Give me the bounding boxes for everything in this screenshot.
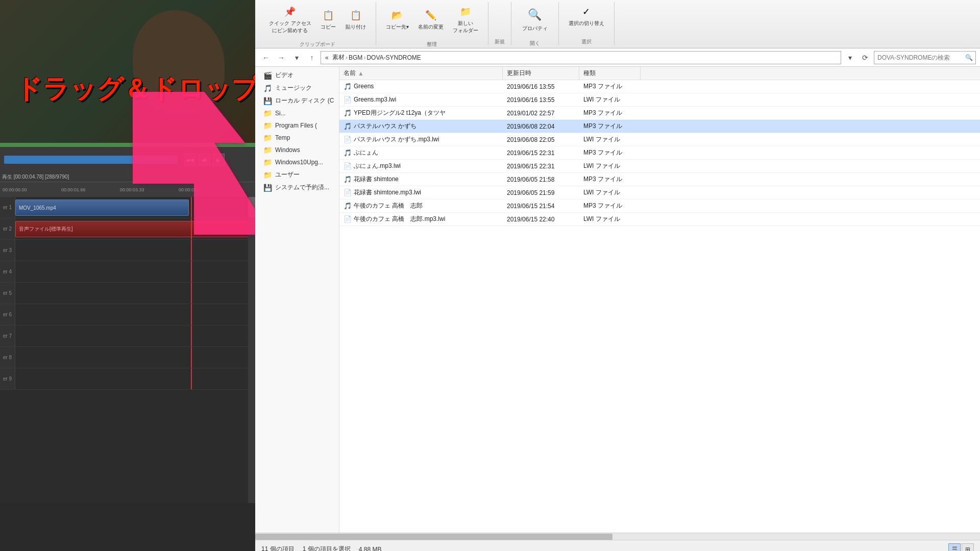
address-path[interactable]: « 素材 › BGM › DOVA-SYNDROME bbox=[321, 51, 841, 64]
search-input[interactable] bbox=[874, 51, 976, 64]
sidebar-video-label: ビデオ bbox=[275, 71, 293, 80]
file-date-3: 2019/06/08 22:04 bbox=[503, 123, 579, 130]
sidebar-users-label: ユーザー bbox=[275, 170, 300, 179]
dropdown-button[interactable]: ▾ bbox=[843, 51, 856, 64]
sidebar-item-video[interactable]: 🎬 ビデオ bbox=[255, 69, 339, 82]
track-label-8: er 8 bbox=[0, 347, 15, 368]
pin-quickaccess-button[interactable]: 📌 クイック アクセスにピン留めする bbox=[265, 2, 315, 37]
file-row-10[interactable]: 📄午後のカフェ 高橋 志郎.mp3.lwi 2019/06/15 22:40 L… bbox=[339, 213, 980, 226]
time-mark-3: 00:00:05 bbox=[179, 187, 237, 192]
file-type-3: MP3 ファイル bbox=[579, 122, 641, 131]
prev-frame-button[interactable]: ◀| bbox=[198, 154, 210, 166]
ribbon-group-clipboard: 📌 クイック アクセスにピン留めする 📋 コピー 📋 貼り付け クリップボード bbox=[259, 2, 376, 45]
forward-button[interactable]: → bbox=[275, 51, 288, 64]
folder-users-icon: 📁 bbox=[263, 171, 272, 179]
organize-buttons: 📂 コピー先▾ ✏️ 名前の変更 📁 新しいフォルダー bbox=[382, 2, 482, 37]
status-size: 4.88 MB bbox=[359, 546, 382, 552]
new-label: 新規 bbox=[495, 36, 505, 45]
track-scrollbar-thumb[interactable] bbox=[248, 197, 255, 217]
playhead-7 bbox=[191, 325, 192, 346]
select-label: 選択 bbox=[581, 36, 592, 45]
path-sep-1: › bbox=[346, 54, 348, 61]
organize-label: 整理 bbox=[427, 39, 437, 48]
playback-progress[interactable] bbox=[4, 156, 178, 164]
file-row-2[interactable]: 🎵YPED用ジングル2 t12ya（タツヤ 2019/01/02 22:57 M… bbox=[339, 107, 980, 120]
properties-button[interactable]: 🔍 プロパティ bbox=[518, 2, 552, 36]
track-content-3 bbox=[15, 240, 255, 261]
scrollbar-thumb[interactable] bbox=[255, 534, 612, 540]
sidebar-item-system[interactable]: 💾 システムで予約済... bbox=[255, 181, 339, 194]
folder-pf-icon: 📁 bbox=[263, 121, 272, 130]
sidebar-item-users[interactable]: 📁 ユーザー bbox=[255, 168, 339, 181]
clipboard-label: クリップボード bbox=[300, 39, 335, 48]
file-name-0: 🎵Greens bbox=[339, 83, 503, 91]
file-row-5[interactable]: 🎵ぶにょん 2019/06/15 22:31 MP3 ファイル bbox=[339, 146, 980, 160]
file-row-6[interactable]: 📄ぶにょん.mp3.lwi 2019/06/15 22:31 LWI ファイル bbox=[339, 160, 980, 173]
play-button[interactable]: ▶ bbox=[212, 154, 225, 166]
toggle-select-button[interactable]: ✓ 選択の切り替え bbox=[565, 2, 608, 30]
time-counter: 再生 [00:00:04.78] [288/9790] bbox=[2, 173, 69, 181]
recent-button[interactable]: ▾ bbox=[290, 51, 303, 64]
file-list-area: 名前 ▲ 更新日時 種類 🎵Greens 2019/06/16 13:55 MP… bbox=[339, 67, 980, 533]
col-header-date[interactable]: 更新日時 bbox=[503, 67, 579, 80]
copy-to-button[interactable]: 📂 コピー先▾ bbox=[382, 2, 412, 37]
file-row-7[interactable]: 🎵花緑書 shimtone 2019/06/05 21:58 MP3 ファイル bbox=[339, 173, 980, 186]
sidebar-item-si[interactable]: 📁 Si... bbox=[255, 107, 339, 119]
file-date-5: 2019/06/15 22:31 bbox=[503, 149, 579, 157]
file-date-4: 2019/06/08 22:05 bbox=[503, 136, 579, 143]
path-dova[interactable]: DOVA-SYNDROME bbox=[366, 54, 421, 61]
track-scrollbar[interactable] bbox=[248, 197, 255, 503]
track-label-7: er 7 bbox=[0, 325, 15, 346]
folder-si-icon: 📁 bbox=[263, 109, 272, 117]
track-content-8 bbox=[15, 347, 255, 368]
track-content-4 bbox=[15, 261, 255, 282]
rename-button[interactable]: ✏️ 名前の変更 bbox=[414, 2, 447, 37]
mp3-icon: 🎵 bbox=[344, 176, 352, 184]
path-bgm[interactable]: BGM bbox=[349, 54, 362, 61]
up-button[interactable]: ↑ bbox=[305, 51, 318, 64]
file-row-0[interactable]: 🎵Greens 2019/06/16 13:55 MP3 ファイル bbox=[339, 80, 980, 93]
track-row-3: er 3 bbox=[0, 240, 255, 261]
time-mark-1: 00:00:01.66 bbox=[61, 187, 120, 192]
view-details-button[interactable]: ☰ bbox=[948, 543, 961, 552]
path-素材[interactable]: 素材 bbox=[332, 53, 345, 62]
sidebar-item-windows[interactable]: 📁 Windows bbox=[255, 144, 339, 156]
sidebar-item-music[interactable]: 🎵 ミュージック bbox=[255, 82, 339, 94]
ribbon-group-organize: 📂 コピー先▾ ✏️ 名前の変更 📁 新しいフォルダー 整理 bbox=[376, 2, 488, 45]
ribbon-group-open: 🔍 プロパティ 開く bbox=[511, 2, 559, 45]
new-folder-button[interactable]: 📁 新しいフォルダー bbox=[449, 2, 482, 37]
sidebar-item-localdisk[interactable]: 💾 ローカル ディスク (C bbox=[255, 94, 339, 107]
time-mark-2: 00:00:03.33 bbox=[120, 187, 179, 192]
file-type-6: LWI ファイル bbox=[579, 162, 641, 170]
copy-button[interactable]: 📋 コピー bbox=[317, 2, 340, 37]
sidebar-item-temp[interactable]: 📁 Temp bbox=[255, 132, 339, 144]
file-name-2: 🎵YPED用ジングル2 t12ya（タツヤ bbox=[339, 109, 503, 117]
search-wrapper: 🔍 bbox=[874, 51, 976, 64]
track-label-4: er 4 bbox=[0, 261, 15, 282]
video-clip[interactable]: MOV_1065.mp4 bbox=[15, 199, 189, 216]
rewind-button[interactable]: ◀◀ bbox=[184, 154, 196, 166]
status-selected: 1 個の項目を選択 bbox=[303, 545, 351, 551]
refresh-button[interactable]: ⟳ bbox=[859, 51, 872, 64]
paste-button[interactable]: 📋 貼り付け bbox=[342, 2, 370, 37]
sidebar-windows-label: Windows bbox=[275, 146, 300, 154]
horizontal-scrollbar[interactable] bbox=[255, 533, 980, 540]
file-type-0: MP3 ファイル bbox=[579, 82, 641, 91]
file-name-1: 📄Greens.mp3.lwi bbox=[339, 96, 503, 104]
sidebar-nav: 🎬 ビデオ 🎵 ミュージック 💾 ローカル ディスク (C 📁 Si... 📁 … bbox=[255, 67, 339, 533]
playhead-3 bbox=[191, 240, 192, 261]
file-row-9[interactable]: 🎵午後のカフェ 高橋 志郎 2019/06/15 21:54 MP3 ファイル bbox=[339, 199, 980, 213]
col-header-type[interactable]: 種類 bbox=[579, 67, 641, 80]
view-large-icons-button[interactable]: ⊞ bbox=[962, 543, 974, 552]
file-row-1[interactable]: 📄Greens.mp3.lwi 2019/06/16 13:55 LWI ファイ… bbox=[339, 93, 980, 107]
col-header-name[interactable]: 名前 ▲ bbox=[339, 67, 503, 80]
back-button[interactable]: ← bbox=[259, 51, 273, 64]
file-row-8[interactable]: 📄花緑書 shimtone.mp3.lwi 2019/06/05 21:59 L… bbox=[339, 186, 980, 199]
file-row-3[interactable]: 🎵パステルハウス かずち 2019/06/08 22:04 MP3 ファイル bbox=[339, 120, 980, 133]
audio-clip[interactable]: 音声ファイル[標準再生] bbox=[15, 221, 255, 237]
sidebar-item-windows10[interactable]: 📁 Windows10Upg... bbox=[255, 156, 339, 168]
sidebar-item-programfiles[interactable]: 📁 Program Files ( bbox=[255, 119, 339, 132]
track-row-4: er 4 bbox=[0, 261, 255, 283]
track-label-5: er 5 bbox=[0, 283, 15, 304]
file-row-4[interactable]: 📄パステルハウス かずち.mp3.lwi 2019/06/08 22:05 LW… bbox=[339, 133, 980, 146]
